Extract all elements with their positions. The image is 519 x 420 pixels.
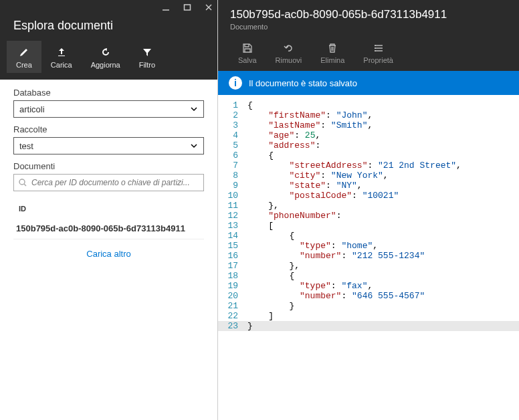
upload-icon: [56, 46, 67, 58]
document-row[interactable]: 150b795d-ac0b-8090-065b-6d73113b4911: [13, 218, 204, 239]
document-title: 150b795d-ac0b-8090-065b-6d73113b4911: [230, 8, 507, 21]
database-select[interactable]: articoli: [13, 100, 204, 118]
filter-button[interactable]: Filtro: [130, 41, 165, 73]
explorer-title: Esplora documenti: [0, 16, 217, 41]
search-icon: [18, 178, 27, 187]
properties-button[interactable]: Proprietà: [355, 40, 401, 66]
delete-label: Elimina: [320, 56, 344, 64]
info-icon: i: [229, 76, 242, 90]
svg-point-8: [375, 50, 376, 51]
window-controls: [0, 0, 217, 16]
trash-icon: [327, 41, 338, 55]
explorer-toolbar: Crea Carica Aggiorna Filtro: [0, 41, 217, 80]
document-toolbar: Salva Rimuovi Elimina Proprietà: [230, 40, 507, 66]
document-panel: 150b795d-ac0b-8090-065b-6d73113b4911 Doc…: [218, 0, 519, 420]
pencil-icon: [19, 46, 29, 58]
svg-line-5: [24, 184, 26, 186]
filter-label: Filtro: [139, 61, 155, 69]
document-subtitle: Documento: [230, 23, 507, 31]
load-button[interactable]: Carica: [41, 41, 82, 73]
create-button[interactable]: Crea: [7, 41, 41, 73]
database-value: articoli: [19, 104, 45, 114]
document-header: 150b795d-ac0b-8090-065b-6d73113b4911 Doc…: [218, 0, 519, 71]
collections-label: Raccolte: [13, 124, 204, 134]
explorer-panel: Esplora documenti Crea Carica Aggiorna F…: [0, 0, 218, 420]
svg-rect-1: [185, 5, 191, 10]
svg-point-7: [375, 47, 376, 49]
notification-text: Il documento è stato salvato: [249, 78, 357, 88]
minimize-icon[interactable]: [161, 3, 171, 16]
id-column-header: ID: [13, 198, 204, 218]
chevron-down-icon: [190, 105, 198, 113]
documents-label: Documenti: [13, 161, 204, 171]
remove-button[interactable]: Rimuovi: [268, 40, 310, 66]
properties-label: Proprietà: [363, 56, 393, 64]
notification-bar: i Il documento è stato salvato: [218, 71, 519, 95]
chevron-down-icon: [190, 142, 198, 150]
explorer-header: Esplora documenti Crea Carica Aggiorna F…: [0, 0, 217, 80]
undo-icon: [283, 41, 294, 55]
refresh-label: Aggiorna: [91, 61, 120, 69]
remove-label: Rimuovi: [276, 56, 302, 64]
save-icon: [242, 41, 253, 55]
load-label: Carica: [51, 61, 72, 69]
save-label: Salva: [238, 56, 257, 64]
svg-point-6: [375, 45, 376, 46]
properties-icon: [373, 41, 384, 55]
delete-button[interactable]: Elimina: [312, 40, 352, 66]
document-search[interactable]: [13, 174, 204, 191]
save-button[interactable]: Salva: [230, 40, 265, 66]
svg-point-4: [19, 179, 25, 185]
json-editor[interactable]: 1{ 2 "firstName": "John", 3 "lastName": …: [218, 95, 519, 420]
collections-value: test: [19, 141, 33, 151]
explorer-form: Database articoli Raccolte test Document…: [0, 80, 217, 276]
refresh-button[interactable]: Aggiorna: [82, 41, 130, 73]
maximize-icon[interactable]: [183, 3, 192, 16]
create-label: Crea: [16, 61, 32, 69]
filter-icon: [142, 46, 152, 58]
load-more-link[interactable]: Carica altro: [13, 239, 204, 268]
refresh-icon: [100, 46, 111, 58]
collections-select[interactable]: test: [13, 137, 204, 154]
document-search-input[interactable]: [31, 178, 199, 187]
database-label: Database: [13, 88, 204, 98]
close-icon[interactable]: [204, 3, 213, 16]
